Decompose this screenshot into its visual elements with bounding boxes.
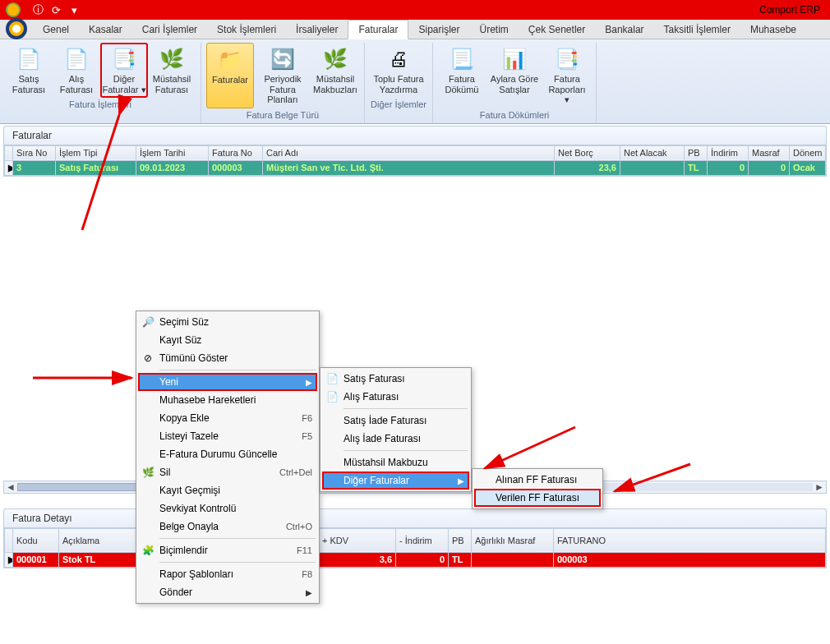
menu-taksitli-i̇şlemler[interactable]: Taksitli İşlemler — [654, 20, 740, 39]
periyodik-icon: 🔄 — [270, 46, 296, 72]
refresh-icon[interactable]: ⟳ — [49, 3, 62, 16]
menu-item[interactable]: Rapor ŞablonlarıF8 — [138, 565, 317, 583]
menu-item[interactable]: Muhasebe Hareketleri — [138, 391, 317, 409]
menu-item-icon: 🧩 — [141, 544, 154, 557]
col-header[interactable]: Sıra No — [13, 145, 56, 160]
menu-faturalar[interactable]: Faturalar — [348, 20, 408, 39]
menu-muhasebe[interactable]: Muhasebe — [740, 20, 806, 39]
menu-item[interactable]: Gönder▶ — [138, 583, 317, 601]
col-header[interactable]: Dönem — [790, 145, 826, 160]
shield-icon[interactable]: ▾ — [67, 3, 81, 16]
col-header[interactable]: Masraf — [749, 145, 790, 160]
menu-item-icon: 📄 — [325, 390, 339, 403]
menu-üretim[interactable]: Üretim — [470, 20, 519, 39]
col-header[interactable]: Fatura No — [209, 145, 263, 160]
menu-siparişler[interactable]: Siparişler — [408, 20, 469, 39]
menu-item[interactable]: Verilen FF Faturası — [474, 489, 601, 507]
menu-item[interactable]: 📄Alış Faturası — [322, 388, 469, 406]
col-header[interactable]: PB — [449, 528, 472, 552]
menu-i̇rsaliyeler[interactable]: İrsaliyeler — [286, 20, 348, 39]
menu-item[interactable]: Müstahsil Makbuzu — [322, 453, 469, 472]
ribbon-group-label: Diğer İşlemler — [370, 98, 427, 113]
menu-çek-senetler[interactable]: Çek Senetler — [519, 20, 595, 39]
ribbon-group-label: Fatura Dökümleri — [438, 108, 591, 123]
menu-item[interactable]: Listeyi TazeleF5 — [138, 427, 317, 445]
must-icon: 🌿 — [159, 46, 185, 72]
ribbon-dokum[interactable]: 📃FaturaDökümü — [438, 43, 486, 108]
ribbon-toplu[interactable]: 🖨Toplu FaturaYazdırma — [370, 43, 427, 98]
col-header[interactable]: + KDV — [319, 528, 396, 552]
menu-item-icon: 🔎 — [141, 315, 154, 329]
info-icon[interactable]: ⓘ — [31, 3, 44, 16]
menu-item[interactable]: 🔎Seçimi Süz — [138, 313, 317, 331]
svg-point-2 — [12, 25, 21, 33]
col-header[interactable]: Ağırlıklı Masraf — [472, 528, 554, 552]
menu-item[interactable]: E-Fatura Durumu Güncelle — [138, 445, 317, 463]
scroll-right-icon[interactable]: ► — [813, 481, 826, 493]
satis-icon: 📄 — [16, 46, 42, 72]
context-submenu-1[interactable]: 📄Satış Faturası📄Alış FaturasıSatış İade … — [320, 367, 472, 492]
menu-item[interactable]: ⊘Tümünü Göster — [138, 349, 317, 367]
menu-item[interactable]: Kayıt Geçmişi — [138, 481, 317, 499]
col-header[interactable]: - İndirim — [396, 528, 449, 552]
ribbon-diger[interactable]: 📑DiğerFaturalar ▾ — [100, 43, 148, 98]
menu-item[interactable]: Kayıt Süz — [138, 331, 317, 349]
qat-icon — [5, 2, 21, 18]
scroll-left-icon[interactable]: ◄ — [4, 481, 17, 493]
menu-item[interactable]: Sevkiyat Kontrolü — [138, 499, 317, 518]
ribbon-alis[interactable]: 📄AlışFaturası — [53, 43, 100, 98]
col-header[interactable]: Net Borç — [555, 145, 620, 160]
menu-cari-i̇şlemler[interactable]: Cari İşlemler — [132, 20, 207, 39]
menu-item[interactable]: Belge OnaylaCtrl+O — [138, 518, 317, 536]
ribbon-raporlar[interactable]: 📑FaturaRaporları ▾ — [543, 43, 591, 108]
menu-genel[interactable]: Genel — [33, 20, 79, 39]
menu-item[interactable]: Alış İade Faturası — [322, 430, 469, 448]
grid1[interactable]: Sıra Noİşlem Tipiİşlem TarihiFatura NoCa… — [3, 145, 827, 177]
submenu-arrow-icon: ▶ — [306, 588, 312, 597]
menu-kasalar[interactable]: Kasalar — [79, 20, 132, 39]
menu-item[interactable]: Diğer Faturalar▶ — [322, 472, 469, 490]
menu-item[interactable]: Yeni▶ — [138, 373, 317, 391]
col-header[interactable]: Cari Adı — [263, 145, 555, 160]
table-row[interactable]: ▶ 000001 Stok TL 1 20 20 3,6 0 TL 000003 — [5, 552, 826, 567]
col-header[interactable]: Net Alacak — [620, 145, 685, 160]
dokum-icon: 📃 — [449, 46, 475, 72]
app-title: Comport ERP — [759, 4, 820, 16]
context-menu[interactable]: 🔎Seçimi SüzKayıt Süz⊘Tümünü GösterYeni▶M… — [136, 310, 320, 604]
ribbon: 📄SatışFaturası📄AlışFaturası📑DiğerFatural… — [0, 39, 830, 124]
toplu-icon: 🖨 — [385, 46, 412, 72]
grid2[interactable]: KoduAçıklamaÇıkan MiktarBirim FiyatTopla… — [3, 527, 827, 568]
col-header[interactable]: Kodu — [13, 528, 59, 552]
ribbon-aylara[interactable]: 📊Aylara GöreSatışlar — [486, 43, 543, 108]
col-header[interactable]: İndirim — [708, 145, 749, 160]
ribbon-satis[interactable]: 📄SatışFaturası — [5, 43, 53, 98]
ribbon-periyodik[interactable]: 🔄PeriyodikFatura Planları — [254, 43, 311, 108]
submenu-arrow-icon: ▶ — [458, 476, 464, 485]
menu-stok-i̇şlemleri[interactable]: Stok İşlemleri — [207, 20, 286, 39]
col-header[interactable]: Açıklama — [59, 528, 136, 552]
ribbon-group-label: Fatura Belge Türü — [206, 108, 359, 123]
title-bar: ⓘ ⟳ ▾ Comport ERP — [0, 0, 830, 20]
alis-icon: 📄 — [63, 46, 90, 72]
col-header[interactable]: İşlem Tipi — [56, 145, 136, 160]
app-logo[interactable] — [3, 20, 30, 38]
menu-item[interactable]: 📄Satış Faturası — [322, 370, 469, 388]
col-header[interactable]: FATURANO — [554, 528, 826, 552]
menu-bankalar[interactable]: Bankalar — [595, 20, 653, 39]
menu-item[interactable]: 🌿SilCtrl+Del — [138, 463, 317, 481]
ribbon-mustmak[interactable]: 🌿MüstahsilMakbuzları — [311, 43, 359, 108]
menu-item[interactable]: 🧩BiçimlendirF11 — [138, 541, 317, 559]
menu-item[interactable]: Alınan FF Faturası — [474, 471, 601, 489]
mustmak-icon: 🌿 — [322, 46, 348, 72]
menu-item[interactable]: Kopya EkleF6 — [138, 409, 317, 427]
grid2-title: Fatura Detayı — [3, 508, 827, 527]
col-header[interactable]: İşlem Tarihi — [136, 145, 209, 160]
ribbon-must[interactable]: 🌿MüstahsilFaturası — [148, 43, 196, 98]
col-header[interactable]: PB — [685, 145, 708, 160]
ribbon-faturalar[interactable]: 📁Faturalar — [206, 43, 254, 108]
menu-item[interactable]: Satış İade Faturası — [322, 412, 469, 430]
context-submenu-2[interactable]: Alınan FF FaturasıVerilen FF Faturası — [472, 468, 603, 509]
table-row[interactable]: ▶ 3 Satış Faturası 09.01.2023 000003 Müş… — [5, 160, 826, 175]
faturalar-icon: 📁 — [217, 47, 243, 73]
svg-point-0 — [7, 3, 20, 16]
